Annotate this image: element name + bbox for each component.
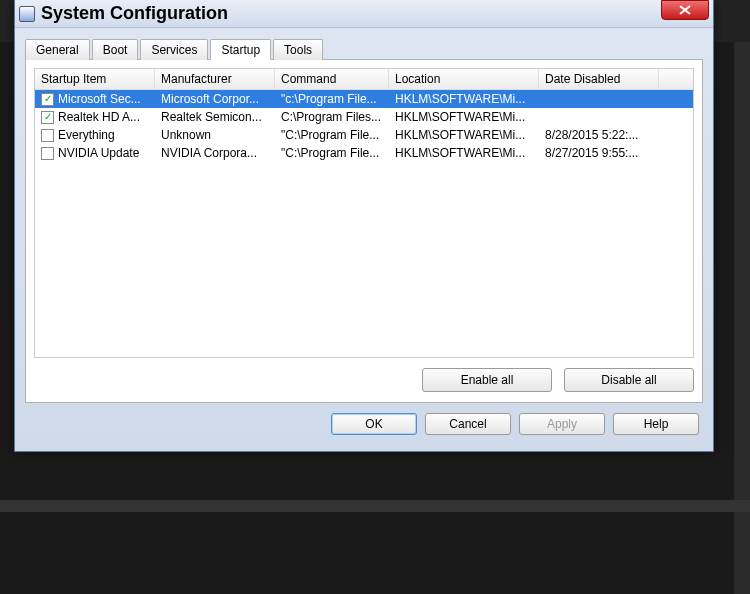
- tab-startup[interactable]: Startup: [210, 39, 271, 60]
- checkbox[interactable]: [41, 93, 54, 106]
- client-area: General Boot Services Startup Tools Star…: [15, 28, 713, 451]
- column-header-command[interactable]: Command: [275, 69, 389, 89]
- startup-item-text: Realtek HD A...: [58, 110, 140, 124]
- tab-strip: General Boot Services Startup Tools: [25, 38, 703, 60]
- checkbox[interactable]: [41, 111, 54, 124]
- column-header-startup-item[interactable]: Startup Item: [35, 69, 155, 89]
- startup-item-text: Everything: [58, 128, 115, 142]
- help-button[interactable]: Help: [613, 413, 699, 435]
- startup-item-text: Microsoft Sec...: [58, 92, 141, 106]
- cell-startup-item: Everything: [35, 126, 155, 144]
- table-row[interactable]: NVIDIA UpdateNVIDIA Corpora..."C:\Progra…: [35, 144, 693, 162]
- close-button[interactable]: [661, 0, 709, 20]
- system-configuration-window: System Configuration General Boot Servic…: [14, 0, 714, 452]
- cell-startup-item: Microsoft Sec...: [35, 90, 155, 108]
- window-title: System Configuration: [41, 3, 661, 24]
- cell-location: HKLM\SOFTWARE\Mi...: [389, 90, 539, 108]
- cell-startup-item: NVIDIA Update: [35, 144, 155, 162]
- cancel-button[interactable]: Cancel: [425, 413, 511, 435]
- panel-button-row: Enable all Disable all: [34, 358, 694, 394]
- column-header-location[interactable]: Location: [389, 69, 539, 89]
- cell-manufacturer: Microsoft Corpor...: [155, 90, 275, 108]
- column-header-date-disabled[interactable]: Date Disabled: [539, 69, 659, 89]
- tab-general[interactable]: General: [25, 39, 90, 60]
- titlebar[interactable]: System Configuration: [15, 0, 713, 28]
- disable-all-button[interactable]: Disable all: [564, 368, 694, 392]
- app-icon: [19, 6, 35, 22]
- cell-command: "C:\Program File...: [275, 144, 389, 162]
- cell-date-disabled: [539, 108, 659, 126]
- cell-manufacturer: Unknown: [155, 126, 275, 144]
- column-header-manufacturer[interactable]: Manufacturer: [155, 69, 275, 89]
- cell-manufacturer: Realtek Semicon...: [155, 108, 275, 126]
- cell-command: "c:\Program File...: [275, 90, 389, 108]
- tab-services[interactable]: Services: [140, 39, 208, 60]
- tab-boot[interactable]: Boot: [92, 39, 139, 60]
- cell-command: "C:\Program File...: [275, 126, 389, 144]
- tab-tools[interactable]: Tools: [273, 39, 323, 60]
- cell-location: HKLM\SOFTWARE\Mi...: [389, 108, 539, 126]
- ok-button[interactable]: OK: [331, 413, 417, 435]
- startup-item-text: NVIDIA Update: [58, 146, 139, 160]
- apply-button: Apply: [519, 413, 605, 435]
- startup-listview[interactable]: Startup Item Manufacturer Command Locati…: [34, 68, 694, 358]
- cell-date-disabled: 8/28/2015 5:22:...: [539, 126, 659, 144]
- cell-manufacturer: NVIDIA Corpora...: [155, 144, 275, 162]
- table-row[interactable]: Microsoft Sec...Microsoft Corpor..."c:\P…: [35, 90, 693, 108]
- startup-panel: Startup Item Manufacturer Command Locati…: [25, 60, 703, 403]
- cell-startup-item: Realtek HD A...: [35, 108, 155, 126]
- dialog-button-row: OK Cancel Apply Help: [25, 403, 703, 441]
- cell-date-disabled: 8/27/2015 9:55:...: [539, 144, 659, 162]
- checkbox[interactable]: [41, 129, 54, 142]
- table-row[interactable]: EverythingUnknown"C:\Program File...HKLM…: [35, 126, 693, 144]
- cell-location: HKLM\SOFTWARE\Mi...: [389, 144, 539, 162]
- checkbox[interactable]: [41, 147, 54, 160]
- cell-location: HKLM\SOFTWARE\Mi...: [389, 126, 539, 144]
- close-icon: [679, 5, 691, 15]
- cell-date-disabled: [539, 90, 659, 108]
- listview-header[interactable]: Startup Item Manufacturer Command Locati…: [35, 69, 693, 90]
- cell-command: C:\Program Files...: [275, 108, 389, 126]
- background-bar: [0, 500, 750, 512]
- table-row[interactable]: Realtek HD A...Realtek Semicon...C:\Prog…: [35, 108, 693, 126]
- enable-all-button[interactable]: Enable all: [422, 368, 552, 392]
